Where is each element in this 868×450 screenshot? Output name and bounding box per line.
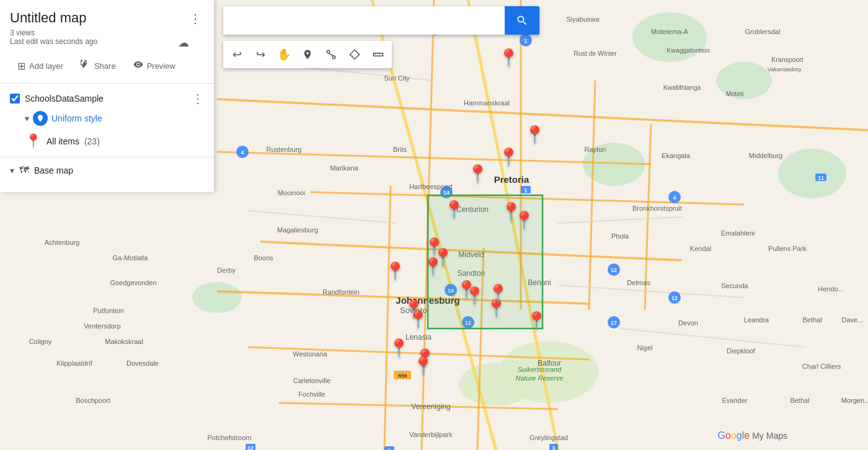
search-icon xyxy=(516,14,528,27)
svg-marker-132 xyxy=(350,50,360,60)
more-menu-button[interactable]: ⋮ xyxy=(187,10,204,27)
svg-text:Motetema-A: Motetema-A xyxy=(651,28,689,35)
svg-text:Pretoria: Pretoria xyxy=(494,174,529,185)
layer-header: SchoolsDataSample ⋮ xyxy=(10,91,204,106)
preview-button[interactable]: Preview xyxy=(126,56,183,76)
svg-text:Vereeniging: Vereeniging xyxy=(411,402,450,411)
svg-text:Pullens Park: Pullens Park xyxy=(768,245,807,252)
style-svg-icon xyxy=(36,114,45,123)
all-items-row: 📍 All items (23) xyxy=(25,131,204,152)
action-buttons: ⊞ Add layer Share Preview xyxy=(0,51,214,84)
svg-text:Nigel: Nigel xyxy=(637,344,652,351)
style-label: Uniform style xyxy=(51,113,102,123)
hand-tool-button[interactable]: ✋ xyxy=(273,43,295,66)
svg-text:Hammanskraal: Hammanskraal xyxy=(464,99,510,107)
svg-text:Carletonville: Carletonville xyxy=(293,377,331,384)
shape-tool-button[interactable] xyxy=(343,43,366,66)
svg-text:Ventersdorp: Ventersdorp xyxy=(84,322,120,330)
search-button[interactable] xyxy=(505,6,539,35)
layer-more-button[interactable]: ⋮ xyxy=(192,91,204,106)
redo-button[interactable]: ↪ xyxy=(249,43,272,66)
google-branding: Google My Maps xyxy=(718,430,787,441)
svg-text:4: 4 xyxy=(673,195,676,201)
preview-icon xyxy=(133,60,143,72)
map-marker[interactable]: 📍 xyxy=(467,164,489,184)
style-row[interactable]: ▾ Uniform style xyxy=(25,111,204,126)
svg-text:Nature Reserve: Nature Reserve xyxy=(515,374,563,382)
svg-text:Coligny: Coligny xyxy=(29,338,52,345)
layer-checkbox[interactable] xyxy=(10,94,20,104)
map-marker[interactable]: 📍 xyxy=(407,309,429,330)
svg-text:Suikerbosrand: Suikerbosrand xyxy=(518,366,562,373)
svg-text:R59: R59 xyxy=(398,373,407,379)
add-layer-button[interactable]: ⊞ Add layer xyxy=(10,56,71,76)
map-marker[interactable]: 📍 xyxy=(498,147,520,167)
map-marker[interactable]: 📍 xyxy=(422,257,444,277)
svg-text:Fochville: Fochville xyxy=(298,390,325,398)
svg-text:Vakansiedorp: Vakansiedorp xyxy=(768,66,801,73)
ruler-icon xyxy=(373,49,384,60)
svg-text:Brits: Brits xyxy=(393,146,407,153)
svg-text:Dave...: Dave... xyxy=(842,316,864,324)
svg-text:12: 12 xyxy=(611,267,617,273)
svg-text:Potchefstroom: Potchefstroom xyxy=(208,434,252,441)
svg-rect-133 xyxy=(374,53,383,56)
toolbar: ↩ ↪ ✋ xyxy=(223,41,392,68)
svg-text:Charl Cilliers: Charl Cilliers xyxy=(802,363,841,370)
svg-text:Diepkloof: Diepkloof xyxy=(727,347,756,355)
map-marker[interactable]: 📍 xyxy=(464,286,485,306)
svg-text:Bethal: Bethal xyxy=(802,316,822,324)
svg-text:Hartbeespoort: Hartbeespoort xyxy=(409,183,453,190)
pin-icon xyxy=(302,49,313,60)
svg-text:Mooinooi: Mooinooi xyxy=(278,189,306,196)
svg-text:Ga-Motlatla: Ga-Motlatla xyxy=(113,254,149,262)
path-icon xyxy=(326,49,337,60)
map-marker[interactable]: 📍 xyxy=(513,210,535,231)
layer-name: SchoolsDataSample xyxy=(25,94,104,104)
preview-svg xyxy=(133,60,143,69)
add-layer-label: Add layer xyxy=(29,61,63,71)
svg-text:Marikana: Marikana xyxy=(330,164,358,172)
map-marker[interactable]: 📍 xyxy=(524,125,546,145)
svg-text:Boons: Boons xyxy=(254,254,273,262)
svg-text:Emalahleni: Emalahleni xyxy=(721,229,755,237)
map-marker[interactable]: 📍 xyxy=(443,200,465,220)
svg-text:Leandra: Leandra xyxy=(744,316,769,324)
svg-text:Kendal: Kendal xyxy=(690,245,711,252)
svg-text:Sun City: Sun City xyxy=(384,74,410,82)
base-map-section: ▾ 🗺 Base map xyxy=(0,157,214,183)
svg-text:Bethal: Bethal xyxy=(790,397,809,404)
style-icon xyxy=(33,111,48,126)
map-marker[interactable]: 📍 xyxy=(388,338,410,358)
share-button[interactable]: Share xyxy=(73,56,123,76)
map-marker[interactable]: 📍 xyxy=(412,356,434,376)
layer-title-row: SchoolsDataSample xyxy=(10,94,104,104)
left-panel: Untitled map 3 views Last edit was secon… xyxy=(0,0,214,192)
layer-section: SchoolsDataSample ⋮ ▾ Uniform style 📍 Al… xyxy=(0,84,214,157)
map-marker[interactable]: 📍 xyxy=(498,48,520,68)
svg-text:Westonaria: Westonaria xyxy=(293,350,327,358)
search-input[interactable] xyxy=(223,6,505,35)
svg-text:Derby: Derby xyxy=(217,267,236,274)
search-bar xyxy=(223,6,539,35)
map-marker[interactable]: 📍 xyxy=(526,311,547,331)
svg-text:Makokskraal: Makokskraal xyxy=(105,338,143,345)
path-tool-button[interactable] xyxy=(320,43,342,66)
map-title: Untitled map xyxy=(10,10,187,26)
undo-button[interactable]: ↩ xyxy=(226,43,248,66)
svg-text:11: 11 xyxy=(818,175,824,181)
svg-text:Moteti: Moteti xyxy=(726,90,744,97)
base-map-row[interactable]: ▾ 🗺 Base map xyxy=(10,165,204,176)
base-map-label: Base map xyxy=(34,165,73,175)
map-marker[interactable]: 📍 xyxy=(487,283,509,304)
pin-tool-button[interactable] xyxy=(296,43,319,66)
svg-text:Middelburg: Middelburg xyxy=(749,152,782,159)
svg-text:Achtenburg: Achtenburg xyxy=(45,239,79,246)
svg-text:Bronkhorstspruit: Bronkhorstspruit xyxy=(632,205,682,212)
map-marker[interactable]: 📍 xyxy=(384,261,406,281)
measure-tool-button[interactable] xyxy=(367,43,389,66)
svg-text:Delmas: Delmas xyxy=(627,279,650,286)
svg-text:Boschpoort: Boschpoort xyxy=(76,397,110,404)
svg-text:1: 1 xyxy=(524,38,527,44)
svg-text:1: 1 xyxy=(524,187,527,193)
